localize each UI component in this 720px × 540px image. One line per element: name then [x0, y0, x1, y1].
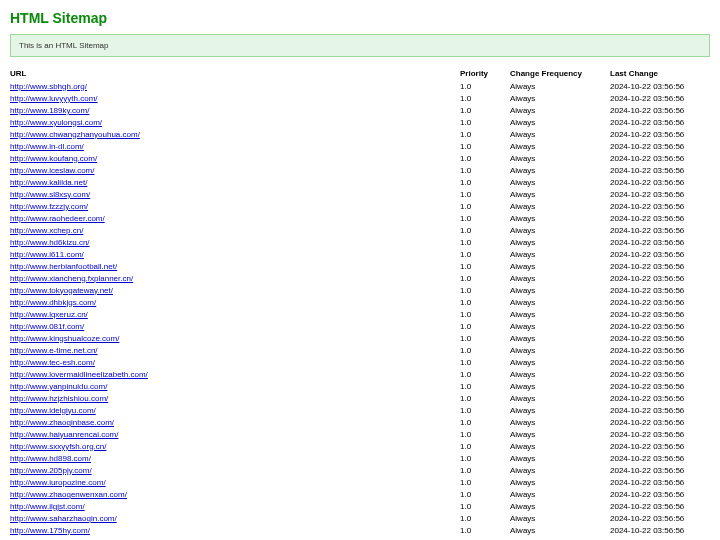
sitemap-link[interactable]: http://www.raohedeer.com/	[10, 214, 105, 223]
sitemap-link[interactable]: http://www.iuropozine.com/	[10, 478, 106, 487]
cell-frequency: Always	[510, 152, 610, 164]
cell-frequency: Always	[510, 344, 610, 356]
cell-priority: 1.0	[460, 308, 510, 320]
cell-frequency: Always	[510, 464, 610, 476]
sitemap-link[interactable]: http://www.sl8xsy.com/	[10, 190, 90, 199]
sitemap-link[interactable]: http://www.lovermaidlineelizabeth.com/	[10, 370, 148, 379]
cell-priority: 1.0	[460, 176, 510, 188]
cell-priority: 1.0	[460, 392, 510, 404]
sitemap-link[interactable]: http://www.081f.com/	[10, 322, 84, 331]
table-row: http://www.luvyyyth.com/1.0Always2024-10…	[10, 92, 710, 104]
sitemap-link[interactable]: http://www.ln-dl.com/	[10, 142, 84, 151]
cell-frequency: Always	[510, 380, 610, 392]
table-row: http://www.175hy.com/1.0Always2024-10-22…	[10, 524, 710, 536]
cell-frequency: Always	[510, 164, 610, 176]
table-row: http://www.saifalm.com/1.0Always2024-10-…	[10, 536, 710, 540]
sitemap-link[interactable]: http://www.xchep.cn/	[10, 226, 83, 235]
cell-priority: 1.0	[460, 140, 510, 152]
cell-frequency: Always	[510, 296, 610, 308]
cell-frequency: Always	[510, 392, 610, 404]
sitemap-link[interactable]: http://www.koufang.com/	[10, 154, 97, 163]
table-row: http://www.xchep.cn/1.0Always2024-10-22 …	[10, 224, 710, 236]
cell-last-change: 2024-10-22 03:56:56	[610, 476, 710, 488]
notice-box: This is an HTML Sitemap	[10, 34, 710, 57]
table-row: http://www.fzzzjy.com/1.0Always2024-10-2…	[10, 200, 710, 212]
sitemap-link[interactable]: http://www.xiancheng.fxplanner.cn/	[10, 274, 133, 283]
cell-priority: 1.0	[460, 188, 510, 200]
table-row: http://www.kingshualcoze.com/1.0Always20…	[10, 332, 710, 344]
sitemap-link[interactable]: http://www.hzjzhishiou.com/	[10, 394, 108, 403]
cell-frequency: Always	[510, 416, 610, 428]
sitemap-link[interactable]: http://www.iceslaw.com/	[10, 166, 94, 175]
cell-frequency: Always	[510, 320, 610, 332]
cell-frequency: Always	[510, 488, 610, 500]
sitemap-link[interactable]: http://www.175hy.com/	[10, 526, 90, 535]
table-row: http://www.205pjy.com/1.0Always2024-10-2…	[10, 464, 710, 476]
sitemap-link[interactable]: http://www.sxxyyfsh.org.cn/	[10, 442, 106, 451]
sitemap-link[interactable]: http://www.fzzzjy.com/	[10, 202, 88, 211]
sitemap-link[interactable]: http://www.i611.com/	[10, 250, 84, 259]
cell-last-change: 2024-10-22 03:56:56	[610, 320, 710, 332]
sitemap-link[interactable]: http://www.ilgjst.com/	[10, 502, 85, 511]
sitemap-link[interactable]: http://www.hd898.com/	[10, 454, 91, 463]
sitemap-link[interactable]: http://www.kingshualcoze.com/	[10, 334, 119, 343]
table-row: http://www.raohedeer.com/1.0Always2024-1…	[10, 212, 710, 224]
cell-priority: 1.0	[460, 128, 510, 140]
header-priority: Priority	[460, 67, 510, 80]
table-row: http://www.sl8xsy.com/1.0Always2024-10-2…	[10, 188, 710, 200]
cell-last-change: 2024-10-22 03:56:56	[610, 344, 710, 356]
table-row: http://www.haiyuanrencai.com/1.0Always20…	[10, 428, 710, 440]
cell-priority: 1.0	[460, 500, 510, 512]
cell-priority: 1.0	[460, 296, 510, 308]
sitemap-link[interactable]: http://www.dhbkjgs.com/	[10, 298, 96, 307]
sitemap-link[interactable]: http://www.herbianfootball.net/	[10, 262, 117, 271]
sitemap-link[interactable]: http://www.sbhgh.org/	[10, 82, 87, 91]
sitemap-link[interactable]: http://www.hd6kizu.cn/	[10, 238, 90, 247]
cell-frequency: Always	[510, 308, 610, 320]
table-row: http://www.tokyogateway.net/1.0Always202…	[10, 284, 710, 296]
sitemap-link[interactable]: http://www.189ky.com/	[10, 106, 89, 115]
cell-frequency: Always	[510, 248, 610, 260]
cell-frequency: Always	[510, 176, 610, 188]
sitemap-link[interactable]: http://www.xyulongsi.com/	[10, 118, 102, 127]
table-row: http://www.sxxyyfsh.org.cn/1.0Always2024…	[10, 440, 710, 452]
sitemap-link[interactable]: http://www.zhaoqinbase.com/	[10, 418, 114, 427]
cell-frequency: Always	[510, 140, 610, 152]
table-row: http://www.herbianfootball.net/1.0Always…	[10, 260, 710, 272]
sitemap-link[interactable]: http://www.tec-esh.com/	[10, 358, 95, 367]
table-row: http://www.iceslaw.com/1.0Always2024-10-…	[10, 164, 710, 176]
cell-last-change: 2024-10-22 03:56:56	[610, 248, 710, 260]
cell-frequency: Always	[510, 272, 610, 284]
cell-last-change: 2024-10-22 03:56:56	[610, 500, 710, 512]
cell-last-change: 2024-10-22 03:56:56	[610, 380, 710, 392]
table-row: http://www.ln-dl.com/1.0Always2024-10-22…	[10, 140, 710, 152]
sitemap-link[interactable]: http://www.tokyogateway.net/	[10, 286, 113, 295]
header-last-change: Last Change	[610, 67, 710, 80]
table-row: http://www.kalilda.net/1.0Always2024-10-…	[10, 176, 710, 188]
sitemap-link[interactable]: http://www.haiyuanrencai.com/	[10, 430, 119, 439]
cell-frequency: Always	[510, 236, 610, 248]
table-row: http://www.xiancheng.fxplanner.cn/1.0Alw…	[10, 272, 710, 284]
sitemap-link[interactable]: http://www.luvyyyth.com/	[10, 94, 98, 103]
cell-priority: 1.0	[460, 152, 510, 164]
cell-last-change: 2024-10-22 03:56:56	[610, 452, 710, 464]
cell-frequency: Always	[510, 116, 610, 128]
sitemap-link[interactable]: http://www.chwangzhanyouhua.com/	[10, 130, 140, 139]
cell-last-change: 2024-10-22 03:56:56	[610, 296, 710, 308]
table-row: http://www.dhbkjgs.com/1.0Always2024-10-…	[10, 296, 710, 308]
cell-last-change: 2024-10-22 03:56:56	[610, 332, 710, 344]
sitemap-link[interactable]: http://www.lqxeruz.cn/	[10, 310, 88, 319]
cell-frequency: Always	[510, 260, 610, 272]
cell-frequency: Always	[510, 512, 610, 524]
cell-frequency: Always	[510, 440, 610, 452]
cell-priority: 1.0	[460, 80, 510, 92]
sitemap-link[interactable]: http://www.kalilda.net/	[10, 178, 87, 187]
sitemap-link[interactable]: http://www.saharzhaoqin.com/	[10, 514, 117, 523]
sitemap-link[interactable]: http://www.yanpinuidu.com/	[10, 382, 107, 391]
sitemap-link[interactable]: http://www.idelgiyu.com/	[10, 406, 96, 415]
table-row: http://www.iuropozine.com/1.0Always2024-…	[10, 476, 710, 488]
sitemap-link[interactable]: http://www.205pjy.com/	[10, 466, 92, 475]
sitemap-link[interactable]: http://www.zhaoqenwenxan.com/	[10, 490, 127, 499]
table-row: http://www.i611.com/1.0Always2024-10-22 …	[10, 248, 710, 260]
sitemap-link[interactable]: http://www.e-time.net.cn/	[10, 346, 98, 355]
